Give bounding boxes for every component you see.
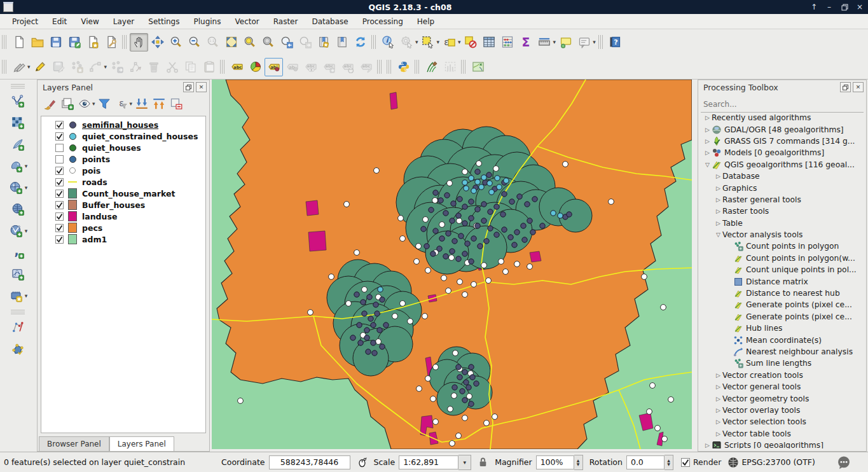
tree-item[interactable]: Sum line lengths (699, 357, 865, 369)
tree-expander-icon[interactable]: ▷ (703, 127, 712, 133)
add-delimited-text-layer-button[interactable]: , (8, 244, 27, 262)
tree-expander-icon[interactable]: ▷ (714, 185, 722, 191)
tree-item[interactable]: ▷Raster general tools (699, 194, 865, 205)
zoom-to-selection-button[interactable] (240, 33, 259, 52)
pan-to-selection-button[interactable] (148, 33, 167, 52)
change-label-button[interactable]: abc (357, 58, 375, 76)
measure-button[interactable]: ▾ (535, 33, 557, 52)
layer-item-Buffer_houses[interactable]: Buffer_houses (41, 199, 205, 211)
expand-all-button[interactable] (133, 95, 150, 113)
tree-expander-icon[interactable]: ▷ (714, 197, 722, 203)
toolbar-handle[interactable] (11, 83, 25, 88)
tree-item[interactable]: ▷Graphics (699, 182, 865, 193)
tree-item[interactable]: ▷Recently used algorithms (699, 112, 865, 123)
add-group-button[interactable] (59, 95, 76, 113)
composer-manager-button[interactable] (102, 33, 120, 52)
tree-item[interactable]: Count points in polygon (699, 240, 865, 252)
composer-templates-button[interactable] (441, 58, 459, 76)
tree-item[interactable]: ▽Vector analysis tools (699, 229, 865, 240)
close-panel-icon[interactable]: ✕ (196, 82, 207, 92)
layer-visibility-checkbox[interactable] (55, 235, 64, 244)
add-wms-layer-button[interactable] (8, 200, 27, 219)
save-project-as-button[interactable] (65, 33, 83, 52)
add-feature-button[interactable] (68, 58, 86, 76)
dropdown-arrow-icon[interactable]: ▾ (593, 39, 596, 45)
add-mssql-layer-button[interactable]: FT▾ (7, 179, 29, 197)
toolbar-handle[interactable] (461, 60, 467, 74)
menu-settings[interactable]: Settings (141, 15, 186, 28)
toolbar-handle[interactable] (220, 60, 226, 74)
new-bookmark-button[interactable] (314, 33, 333, 52)
dropdown-arrow-icon[interactable]: ▾ (25, 163, 28, 169)
dock-splitter[interactable] (692, 80, 698, 452)
zoom-in-button[interactable] (167, 33, 185, 52)
toolbar-handle[interactable] (598, 35, 604, 49)
menu-help[interactable]: Help (410, 15, 441, 28)
tree-expander-icon[interactable]: ▷ (714, 208, 722, 214)
show-hide-labels-button[interactable]: abc (301, 58, 320, 76)
map-canvas[interactable] (212, 80, 692, 449)
tree-expander-icon[interactable]: ▷ (714, 431, 722, 437)
toolbar-handle[interactable] (387, 60, 392, 74)
text-annotation-button[interactable]: ▾ (575, 33, 596, 52)
dropdown-arrow-icon[interactable]: ▾ (25, 293, 28, 299)
layer-visibility-checkbox[interactable] (55, 224, 64, 232)
tree-item[interactable]: Count points in polygon(w... (699, 253, 865, 264)
mouse-position-icon[interactable] (357, 457, 368, 468)
maximize-button[interactable] (837, 1, 851, 13)
refresh-map-button[interactable] (351, 33, 369, 52)
layer-visibility-checkbox[interactable] (55, 178, 64, 186)
layer-item-landuse[interactable]: landuse (41, 211, 205, 222)
pin-labels-button[interactable]: ab (265, 58, 283, 76)
toolbar-handle[interactable] (122, 35, 128, 49)
tree-item[interactable]: ▷Scripts [0 geoalgorithms] (699, 440, 865, 448)
add-wfs-layer-button[interactable]: ▾ (7, 222, 29, 240)
coordinate-input[interactable]: 588243,78446 (269, 455, 350, 469)
identify-features-button[interactable]: i (379, 33, 397, 52)
tree-expander-icon[interactable]: ▷ (703, 115, 712, 121)
menu-project[interactable]: Project (5, 15, 45, 28)
menu-layer[interactable]: Layer (106, 15, 141, 28)
select-features-button[interactable]: ▾ (419, 33, 441, 52)
zoom-out-button[interactable] (185, 33, 203, 52)
add-postgis-layer-button[interactable]: ▾ (7, 157, 29, 176)
statistical-summary-button[interactable]: Σ (517, 33, 535, 52)
tree-item[interactable]: ▷Vector table tools (699, 428, 865, 440)
lock-scale-icon[interactable] (478, 457, 488, 468)
geometry-checker-button[interactable] (8, 340, 27, 358)
layer-visibility-checkbox[interactable] (55, 121, 64, 129)
menu-vector[interactable]: Vector (228, 15, 266, 28)
help-button[interactable]: ? (606, 33, 624, 52)
toolbar-handle[interactable] (371, 35, 377, 49)
tree-expander-icon[interactable]: ▷ (703, 442, 712, 448)
toolbar-handle[interactable] (415, 60, 420, 74)
filter-legend-button[interactable] (96, 95, 113, 113)
layer-item-pois[interactable]: pois (41, 165, 205, 176)
layer-item-semifinal_houses[interactable]: semifinal_houses (41, 119, 205, 130)
layer-visibility-checkbox[interactable] (55, 144, 64, 152)
highlight-pinned-labels-button[interactable]: ab (283, 58, 301, 76)
float-panel-icon[interactable] (183, 82, 194, 92)
tree-expander-icon[interactable]: ▽ (714, 232, 722, 238)
rotate-label-button[interactable]: abc (338, 58, 357, 76)
layer-diagrams-button[interactable] (246, 58, 265, 76)
close-panel-icon[interactable]: ✕ (853, 82, 864, 92)
move-feature-button[interactable] (107, 58, 126, 76)
dock-tab-browser-panel[interactable]: Browser Panel (39, 436, 109, 451)
tree-item[interactable]: ▷Vector general tools (699, 381, 865, 392)
layer-item-roads[interactable]: roads (41, 176, 205, 188)
deselect-all-button[interactable] (462, 33, 480, 52)
tree-expander-icon[interactable]: ▷ (703, 149, 712, 156)
tree-item[interactable]: Nearest neighbour analysis (699, 346, 865, 357)
copy-features-button[interactable] (181, 58, 200, 76)
add-vector-layer-button[interactable] (8, 92, 27, 111)
minimize-button[interactable]: – (822, 1, 836, 13)
layer-visibility-checkbox[interactable] (55, 167, 64, 175)
menu-processing[interactable]: Processing (355, 15, 410, 28)
collapse-all-button[interactable] (150, 95, 167, 113)
run-feature-action-button[interactable]: ▾ (397, 33, 419, 52)
dropdown-arrow-icon[interactable]: ▾ (92, 101, 95, 107)
delete-selected-button[interactable] (144, 58, 163, 76)
add-raster-layer-button[interactable] (8, 114, 27, 132)
remove-layer-button[interactable] (167, 95, 184, 113)
